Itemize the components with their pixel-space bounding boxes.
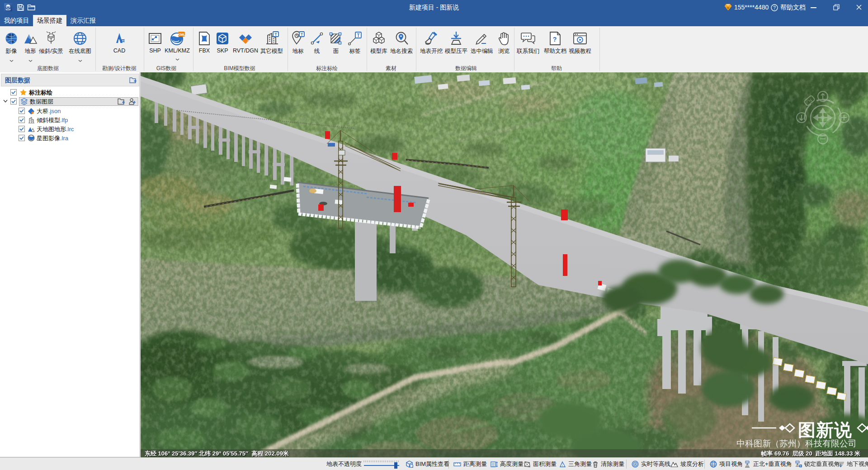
svg-text:T: T	[274, 32, 277, 37]
svg-text:T: T	[301, 32, 303, 37]
svg-text:V: V	[727, 6, 730, 10]
svg-text:?: ?	[773, 5, 776, 10]
svg-text:东经 106° 25′36.39″ 北纬 29° 05′55: 东经 106° 25′36.39″ 北纬 29° 05′55.75″ 高程 20…	[144, 450, 289, 457]
svg-text:中科图新（苏州）科技有限公司: 中科图新（苏州）科技有限公司	[736, 439, 857, 448]
svg-text:2: 2	[247, 39, 249, 43]
svg-text:帧率 69.76 层级 20 距地面 148.33 米: 帧率 69.76 层级 20 距地面 148.33 米	[761, 450, 861, 457]
svg-text:T: T	[357, 33, 359, 38]
svg-text:图新说: 图新说	[798, 420, 852, 440]
svg-text:KML: KML	[178, 33, 185, 37]
svg-text:?: ?	[553, 36, 557, 43]
